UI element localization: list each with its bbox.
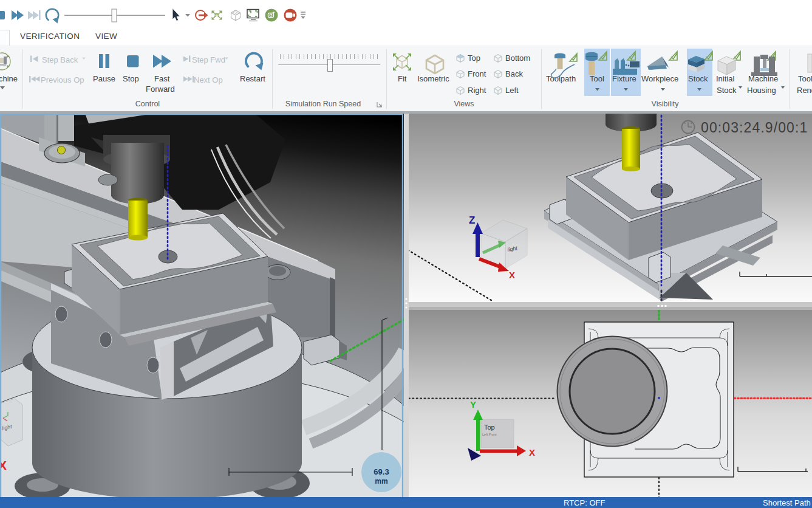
svg-text:mm: mm — [375, 477, 387, 486]
svg-text:X: X — [509, 270, 515, 280]
svg-text:Top: Top — [484, 424, 495, 431]
svg-text:Left Front: Left Front — [482, 433, 497, 436]
svg-text:00:03:24.9/00:1: 00:03:24.9/00:1 — [701, 120, 808, 136]
svg-text:Z: Z — [469, 215, 475, 226]
svg-text:X: X — [529, 447, 535, 458]
svg-text:Y: Y — [470, 399, 476, 410]
svg-text:69.3: 69.3 — [374, 467, 389, 476]
